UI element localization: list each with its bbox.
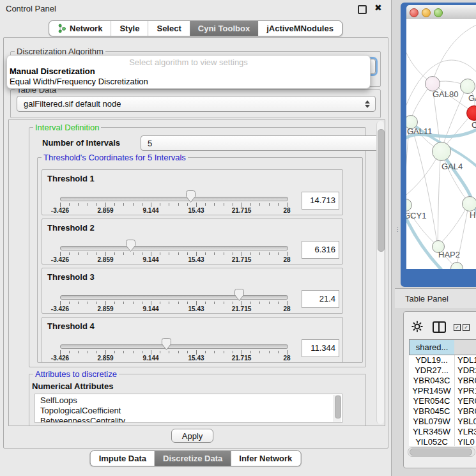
tab-style[interactable]: Style [111,21,148,36]
scrollbar-thumb[interactable] [378,129,385,252]
slider-tick [88,203,88,206]
slider-tick-label: 15.43 [188,256,204,263]
table-cell-name[interactable]: YDR2 [454,365,476,376]
tab-network[interactable]: Network [49,21,111,36]
table-cell-name[interactable]: YLR3 [454,427,476,437]
tab-jactivemodules[interactable]: jActiveMNodules [258,21,342,36]
control-panel-titlebar: Control Panel ✖ [0,0,391,17]
slider-tick [233,351,233,353]
network-node[interactable] [462,196,476,211]
slider-tick-label: -3.426 [51,207,69,214]
table-cell-name[interactable]: YIL0 [454,437,476,446]
table-data-combobox[interactable]: galFiltered.sif default node [17,96,376,112]
table-cell-name[interactable]: YPR1 [454,386,476,396]
scrollbar-thumb[interactable] [335,395,341,418]
slider-tick [178,203,179,206]
table-cell-shared-name[interactable]: YIL052C [409,437,454,446]
float-window-icon[interactable] [358,5,367,14]
list-item-topologicalcoefficient[interactable]: TopologicalCoefficient [40,406,121,415]
tab-discretize-data[interactable]: Discretize Data [155,451,231,466]
control-panel-tab-bar: Network Style Select Cyni Toolbox jActiv… [49,20,342,36]
slider-track[interactable] [60,295,288,300]
tab-infer-network[interactable]: Infer Network [231,451,300,466]
table-row[interactable]: YDR27...YDR2 [409,365,476,376]
table-cell-shared-name[interactable]: YBR043C [409,376,454,386]
table-row[interactable]: YIL052CYIL0 [409,437,476,446]
slider-handle[interactable] [126,240,135,252]
checkbox-icon[interactable]: ✓ [463,324,470,331]
threshold-4-value-field[interactable]: 11.344 [302,339,339,357]
slider-handle[interactable] [162,338,171,350]
table-cell-shared-name[interactable]: YPR145W [409,386,454,396]
minimize-window-icon[interactable] [422,8,431,17]
network-node-gal4[interactable] [432,142,451,161]
slider-tick [242,301,242,305]
popup-option-manual-discretization[interactable]: Manual Discretization [10,66,95,76]
table-cell-name[interactable]: YBR0 [454,376,476,386]
tab-select[interactable]: Select [148,21,189,36]
slider-tick [88,252,88,255]
settings-vertical-scrollbar[interactable] [376,121,384,424]
table-cell-shared-name[interactable]: YER054C [409,396,454,406]
table-cell-name[interactable]: YBR0 [454,406,476,417]
panel-splitter-handle[interactable]: ⋮ [395,227,397,231]
apply-button[interactable]: Apply [171,429,213,443]
slider-handle[interactable] [234,289,244,301]
table-cell-shared-name[interactable]: YDL19... [409,355,454,365]
table-row[interactable]: YBR045CYBR0 [409,406,476,417]
table-row[interactable]: YLR345WYLR3 [409,427,476,437]
threshold-4-slider[interactable]: -3.4262.8599.14415.4321.71528 [60,337,287,361]
threshold-2-value-field[interactable]: 6.316 [302,241,339,259]
table-cell-name[interactable]: YBL0 [454,417,476,427]
threshold-1-value-field[interactable]: 14.713 [302,192,339,210]
close-window-icon[interactable] [410,8,418,17]
threshold-1-slider[interactable]: -3.4262.8599.14415.4321.71528 [60,189,287,213]
threshold-3-value-field[interactable]: 21.4 [302,290,339,308]
slider-tick-label: 15.43 [188,355,204,362]
slider-handle[interactable] [186,190,196,203]
threshold-3-slider[interactable]: -3.4262.8599.14415.4321.71528 [60,288,287,312]
scrollbar-thumb[interactable] [410,449,472,456]
slider-track[interactable] [60,246,288,250]
checkbox-icon[interactable]: ✓ [454,324,461,331]
table-row[interactable]: YBL079WYBL0 [409,417,476,427]
slider-tick [114,203,115,206]
slider-tick [269,252,270,255]
slider-tick [78,302,79,304]
zoom-window-icon[interactable] [434,8,443,17]
application-root: Control Panel ✖ Network Style Select Cyn… [0,0,476,476]
column-header-name[interactable]: n [454,339,476,355]
table-cell-name[interactable]: YDL1 [454,355,476,365]
table-cell-shared-name[interactable]: YDR27... [409,365,454,376]
column-header-shared-name[interactable]: shared... [409,339,455,355]
slider-track[interactable] [60,197,288,201]
table-cell-name[interactable]: YER0 [454,396,476,406]
tab-cyni-toolbox[interactable]: Cyni Toolbox [190,21,258,36]
numerical-attributes-list[interactable]: SelfLoops TopologicalCoefficient Between… [35,394,342,423]
number-of-intervals-combobox[interactable]: 5 [141,135,385,151]
split-columns-icon[interactable] [433,321,446,333]
close-panel-icon[interactable]: ✖ [374,3,382,13]
table-row[interactable]: YER054CYER0 [409,396,476,406]
threshold-2-slider[interactable]: -3.4262.8599.14415.4321.71528 [60,238,287,263]
slider-track[interactable] [60,344,288,349]
table-row[interactable]: YDL19...YDL1 [409,355,476,365]
list-item-selfloops[interactable]: SelfLoops [40,395,77,405]
table-row[interactable]: YBR043CYBR0 [409,376,476,386]
table-horizontal-scrollbar[interactable] [408,447,475,457]
table-cell-shared-name[interactable]: YBR045C [409,406,454,417]
table-cell-shared-name[interactable]: YLR345W [409,427,454,437]
network-window-titlebar[interactable] [406,5,476,20]
table-cell-shared-name[interactable]: YBL079W [409,417,454,427]
attributes-list-scrollbar[interactable] [334,395,341,422]
popup-option-equal-width-frequency[interactable]: Equal Width/Frequency Discretization [10,77,148,86]
network-canvas[interactable]: GAL80 GA C GAL11 GAL4 GCY1 H HAP2 [406,19,476,269]
slider-tick-label: 21.715 [232,207,252,214]
gear-icon[interactable] [411,321,423,332]
tab-impute-data[interactable]: Impute Data [91,451,155,466]
network-node[interactable] [460,79,475,94]
list-item-betweennesscentrality[interactable]: BetweennessCentrality [40,416,125,423]
number-of-intervals-value: 5 [141,139,152,148]
slider-tick [287,350,288,355]
table-row[interactable]: YPR145WYPR1 [409,386,476,396]
